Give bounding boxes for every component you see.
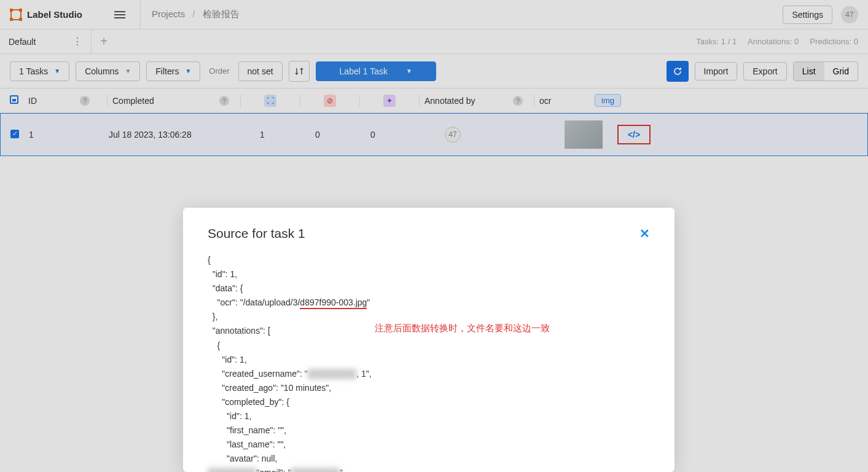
- breadcrumb-current[interactable]: 检验报告: [203, 9, 240, 19]
- filters-dropdown[interactable]: Filters▼: [146, 61, 200, 81]
- label-task-button[interactable]: Label 1 Task▼: [316, 61, 436, 81]
- user-badge[interactable]: 47: [841, 6, 858, 23]
- toolbar: 1 Tasks▼ Columns▼ Filters▼ Order not set…: [0, 54, 868, 88]
- stat-predictions: Predictions: 0: [810, 37, 858, 46]
- export-button[interactable]: Export: [743, 62, 786, 81]
- checkbox-checked-icon[interactable]: [10, 130, 19, 138]
- col-annot-label: Annotated by: [424, 96, 475, 106]
- view-list[interactable]: List: [794, 62, 824, 81]
- breadcrumb-root[interactable]: Projects: [152, 9, 185, 19]
- checkbox-indeterminate-icon: [10, 95, 18, 104]
- chevron-down-icon: ▼: [54, 68, 60, 74]
- import-button[interactable]: Import: [695, 62, 738, 81]
- col-id[interactable]: ID?: [28, 96, 102, 106]
- tabs-bar: Default ⋮ + Tasks: 1 / 1 Annotations: 0 …: [0, 30, 868, 54]
- annotation-note: 注意后面数据转换时，文件名要和这边一致: [375, 323, 550, 334]
- app-header: Label Studio Projects / 检验报告 Settings 47: [0, 0, 868, 30]
- svg-rect-3: [10, 18, 13, 21]
- source-modal: Source for task 1 ✕ { "id": 1, "data": {…: [183, 208, 674, 472]
- order-dropdown[interactable]: not set: [238, 61, 283, 81]
- breadcrumb: Projects / 检验报告: [152, 9, 240, 20]
- view-grid[interactable]: Grid: [824, 62, 858, 81]
- menu-icon[interactable]: [111, 7, 129, 22]
- row-thumbnail[interactable]: [565, 120, 603, 149]
- columns-dropdown[interactable]: Columns▼: [76, 61, 140, 81]
- source-json: { "id": 1, "data": { "ocr": "/data/uploa…: [208, 253, 650, 472]
- logo[interactable]: Label Studio: [10, 9, 82, 21]
- svg-rect-4: [19, 18, 22, 21]
- separator: [140, 0, 141, 30]
- refresh-button[interactable]: [667, 61, 689, 82]
- table-row[interactable]: 1 Jul 18 2023, 13:06:28 1 0 0 47 </>: [0, 113, 868, 156]
- chevron-down-icon: ▼: [125, 68, 131, 74]
- col-annotated-by[interactable]: Annotated by?: [424, 96, 529, 106]
- order-label: Order: [209, 66, 229, 76]
- help-icon[interactable]: ?: [80, 96, 90, 106]
- stat-tasks: Tasks: 1 / 1: [696, 37, 737, 46]
- tab-label: Default: [9, 37, 36, 47]
- fullscreen-icon: ⛶: [264, 95, 276, 107]
- label-btn-text: Label 1 Task: [340, 66, 388, 76]
- chevron-down-icon: ▼: [406, 68, 412, 74]
- chevron-down-icon: ▼: [185, 68, 191, 74]
- sort-icon: [295, 67, 303, 76]
- col-predictions[interactable]: ✦: [365, 95, 414, 107]
- order-value: not set: [248, 66, 273, 76]
- col-id-label: ID: [28, 96, 37, 106]
- brand-name: Label Studio: [27, 9, 82, 20]
- project-stats: Tasks: 1 / 1 Annotations: 0 Predictions:…: [696, 30, 868, 53]
- tab-default[interactable]: Default ⋮: [0, 30, 92, 53]
- close-icon[interactable]: ✕: [639, 226, 650, 241]
- tasks-label: 1 Tasks: [19, 66, 48, 76]
- tasks-dropdown[interactable]: 1 Tasks▼: [10, 61, 69, 81]
- breadcrumb-sep: /: [192, 9, 195, 19]
- code-icon: </>: [628, 130, 640, 140]
- modal-title: Source for task 1: [208, 226, 650, 241]
- settings-button[interactable]: Settings: [783, 6, 832, 24]
- view-toggle: List Grid: [793, 61, 858, 81]
- row-count3: 0: [370, 130, 375, 140]
- columns-label: Columns: [85, 66, 119, 76]
- sparkle-icon: ✦: [383, 95, 396, 107]
- col-ocr[interactable]: ocr: [539, 96, 595, 106]
- refresh-icon: [673, 66, 682, 76]
- column-headers: ID? Completed? ⛶ ⊘ ✦ Annotated by? ocr i…: [0, 88, 868, 113]
- source-code-button[interactable]: </>: [617, 125, 651, 144]
- row-count1: 1: [260, 130, 265, 140]
- row-count2: 0: [315, 130, 320, 140]
- row-completed: Jul 18 2023, 13:06:28: [109, 130, 192, 140]
- col-cancelled[interactable]: ⊘: [305, 95, 354, 107]
- img-column-pill[interactable]: img: [595, 94, 621, 107]
- row-id: 1: [29, 130, 34, 140]
- help-icon[interactable]: ?: [219, 96, 229, 106]
- logo-icon: [10, 9, 22, 21]
- tab-add[interactable]: +: [92, 30, 116, 53]
- sort-button[interactable]: [289, 61, 310, 82]
- col-checkbox[interactable]: [10, 95, 28, 106]
- svg-rect-1: [10, 9, 13, 12]
- col-total-annotations[interactable]: ⛶: [246, 95, 295, 107]
- cancel-icon: ⊘: [324, 95, 336, 107]
- svg-rect-2: [19, 9, 22, 12]
- annotator-avatar: 47: [445, 127, 461, 143]
- col-completed[interactable]: Completed?: [112, 96, 235, 106]
- help-icon[interactable]: ?: [513, 96, 523, 106]
- tab-menu-icon[interactable]: ⋮: [72, 36, 82, 47]
- col-completed-label: Completed: [112, 96, 154, 106]
- filters-label: Filters: [155, 66, 179, 76]
- stat-annotations: Annotations: 0: [748, 37, 799, 46]
